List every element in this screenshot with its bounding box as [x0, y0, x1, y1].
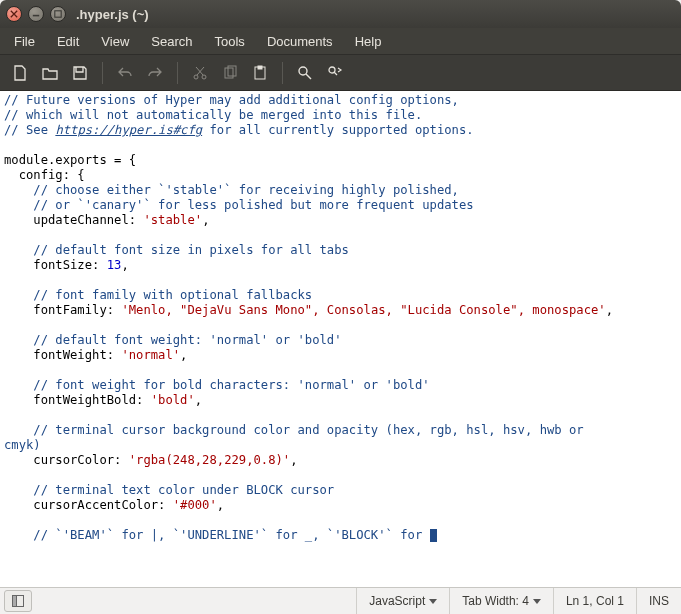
- new-doc-icon: [12, 65, 28, 81]
- toolbar-separator: [282, 62, 283, 84]
- statusbar: JavaScript Tab Width: 4 Ln 1, Col 1 INS: [0, 587, 681, 614]
- status-tabwidth-label: Tab Width: 4: [462, 594, 529, 608]
- side-panel-icon: [12, 595, 24, 607]
- text-cursor: [430, 529, 437, 542]
- redo-button[interactable]: [141, 59, 169, 87]
- find-button[interactable]: [291, 59, 319, 87]
- menu-tools[interactable]: Tools: [205, 30, 255, 53]
- copy-icon: [222, 65, 238, 81]
- status-insert-mode[interactable]: INS: [636, 588, 681, 614]
- undo-button[interactable]: [111, 59, 139, 87]
- menu-edit[interactable]: Edit: [47, 30, 89, 53]
- svg-point-2: [194, 75, 198, 79]
- copy-button[interactable]: [216, 59, 244, 87]
- new-doc-button[interactable]: [6, 59, 34, 87]
- menubar: File Edit View Search Tools Documents He…: [0, 28, 681, 55]
- cut-icon: [192, 65, 208, 81]
- window-title: .hyper.js (~): [76, 7, 149, 22]
- svg-rect-0: [33, 15, 39, 17]
- menu-help[interactable]: Help: [345, 30, 392, 53]
- open-doc-button[interactable]: [36, 59, 64, 87]
- window-minimize-button[interactable]: [28, 6, 44, 22]
- svg-rect-11: [13, 596, 17, 607]
- svg-rect-1: [55, 11, 61, 17]
- menu-view[interactable]: View: [91, 30, 139, 53]
- side-panel-toggle[interactable]: [4, 590, 32, 612]
- status-position: Ln 1, Col 1: [553, 588, 636, 614]
- paste-icon: [252, 65, 268, 81]
- dropdown-icon: [429, 599, 437, 604]
- window-close-button[interactable]: [6, 6, 22, 22]
- menu-file[interactable]: File: [4, 30, 45, 53]
- svg-point-8: [299, 67, 307, 75]
- undo-icon: [117, 65, 133, 81]
- menu-documents[interactable]: Documents: [257, 30, 343, 53]
- dropdown-icon: [533, 599, 541, 604]
- search-icon: [297, 65, 313, 81]
- status-position-label: Ln 1, Col 1: [566, 594, 624, 608]
- svg-point-3: [202, 75, 206, 79]
- window-titlebar: .hyper.js (~): [0, 0, 681, 28]
- window-maximize-button[interactable]: [50, 6, 66, 22]
- toolbar: [0, 55, 681, 91]
- open-icon: [42, 65, 58, 81]
- paste-button[interactable]: [246, 59, 274, 87]
- menu-search[interactable]: Search: [141, 30, 202, 53]
- status-language-label: JavaScript: [369, 594, 425, 608]
- search-replace-icon: [327, 65, 343, 81]
- status-insert-mode-label: INS: [649, 594, 669, 608]
- status-tabwidth[interactable]: Tab Width: 4: [449, 588, 553, 614]
- save-doc-button[interactable]: [66, 59, 94, 87]
- save-icon: [72, 65, 88, 81]
- status-language[interactable]: JavaScript: [356, 588, 449, 614]
- svg-rect-7: [258, 66, 262, 69]
- toolbar-separator: [102, 62, 103, 84]
- cut-button[interactable]: [186, 59, 214, 87]
- editor-area[interactable]: // Future versions of Hyper may add addi…: [0, 91, 681, 587]
- redo-icon: [147, 65, 163, 81]
- code-content[interactable]: // Future versions of Hyper may add addi…: [0, 91, 681, 545]
- find-replace-button[interactable]: [321, 59, 349, 87]
- toolbar-separator: [177, 62, 178, 84]
